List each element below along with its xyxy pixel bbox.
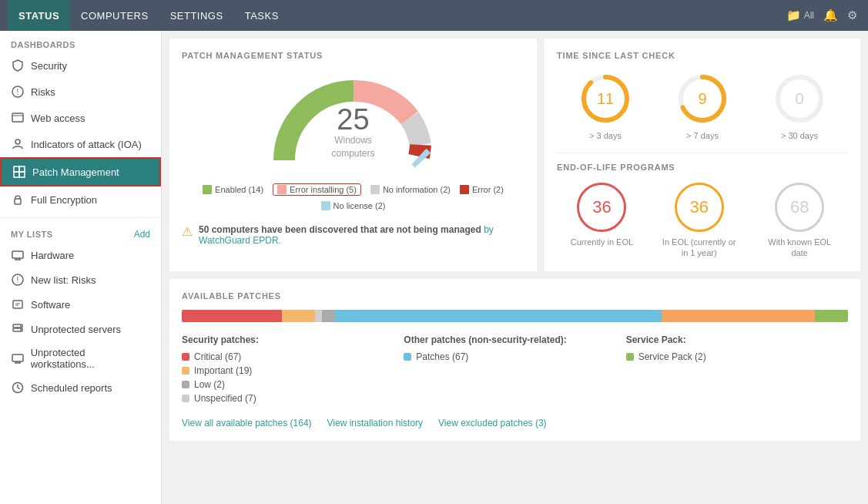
unprotected-workstations-icon: [11, 351, 25, 365]
available-patches-title: AVAILABLE PATCHES: [182, 291, 848, 301]
legend-item-error-installing: Error installing (5): [273, 183, 361, 196]
donut-center-number: 25: [331, 105, 374, 134]
eol-item-1year: 36 In EOL (currently or in 1 year): [661, 183, 738, 259]
encryption-icon: [11, 193, 25, 207]
sidebar-item-label: Full Encryption: [31, 194, 97, 206]
view-all-patches-link[interactable]: View all available patches (164): [182, 418, 312, 428]
nav-folder-icon[interactable]: 📁 All: [783, 5, 817, 25]
nav-item-status[interactable]: STATUS: [8, 0, 70, 31]
patch-management-icon: [12, 165, 26, 179]
patch-item-important: Important (19): [182, 365, 404, 376]
sidebar-item-scheduled-reports[interactable]: Scheduled reports: [0, 375, 161, 400]
patch-item-critical: Critical (67): [182, 351, 404, 362]
sidebar-item-web-access[interactable]: Web access: [0, 105, 161, 131]
ioa-icon: [11, 137, 25, 151]
nav-gear-icon[interactable]: ⚙: [844, 5, 860, 25]
sidebar-item-full-encryption[interactable]: Full Encryption: [0, 186, 161, 213]
svg-rect-16: [13, 301, 22, 308]
add-list-link[interactable]: Add: [134, 229, 150, 240]
mylists-section-title: MY LISTS: [11, 230, 53, 239]
svg-rect-9: [15, 199, 21, 204]
svg-rect-8: [19, 172, 25, 177]
sidebar-item-patch-management[interactable]: Patch Management: [0, 157, 161, 186]
legend-item-error: Error (2): [460, 183, 504, 196]
donut-center-label: Windowscomputers: [331, 134, 374, 160]
security-patches-title: Security patches:: [182, 334, 404, 345]
time-circle-label: > 3 days: [589, 131, 622, 140]
sidebar-item-label: Indicators of attack (IOA): [31, 139, 142, 150]
sidebar-item-label: Hardware: [31, 250, 74, 261]
svg-point-4: [15, 139, 20, 144]
sidebar-item-label: Unprotected servers: [31, 324, 121, 335]
sidebar-item-label: New list: Risks: [31, 274, 96, 286]
risks-list-icon: !: [11, 273, 25, 287]
shield-icon: [11, 59, 25, 72]
other-patches-col: Other patches (non-security-related): Pa…: [404, 334, 625, 407]
main-content: PATCH MANAGEMENT STATUS: [162, 31, 868, 504]
available-patches-panel: AVAILABLE PATCHES Security patches:: [169, 279, 860, 441]
patch-item-low: Low (2): [182, 379, 404, 390]
servicepack-title: Service Pack:: [626, 334, 848, 345]
view-installation-history-link[interactable]: View installation history: [327, 418, 424, 428]
top-nav: STATUS COMPUTERS SETTINGS TASKS 📁 All 🔔 …: [0, 0, 868, 31]
sidebar-item-label: Unprotected workstations...: [31, 347, 150, 370]
risks-icon: !: [11, 85, 25, 99]
hardware-icon: [11, 248, 25, 262]
svg-rect-2: [12, 113, 23, 122]
time-circle-7days: 9 > 7 days: [675, 71, 730, 140]
chart-legend: Enabled (14) Error installing (5) No inf…: [182, 183, 524, 210]
patch-item-patches: Patches (67): [404, 351, 625, 362]
time-circle-30days: 0 > 30 days: [772, 71, 827, 140]
sidebar-item-hardware[interactable]: Hardware: [0, 243, 161, 267]
warning-box: ⚠ 50 computers have been discovered that…: [182, 220, 524, 250]
sidebar: DASHBOARDS Security ! Risks Web access I…: [0, 31, 162, 504]
svg-rect-7: [14, 172, 19, 177]
legend-item-no-license: No license (2): [321, 201, 386, 210]
dashboards-section-title: DASHBOARDS: [0, 31, 161, 52]
nav-item-computers[interactable]: COMPUTERS: [70, 0, 159, 31]
sidebar-item-software[interactable]: Software: [0, 292, 161, 317]
time-circle-label: > 7 days: [686, 131, 719, 140]
servicepack-col: Service Pack: Service Pack (2): [626, 334, 848, 407]
svg-text:!: !: [17, 276, 19, 284]
warning-triangle-icon: ⚠: [182, 224, 193, 239]
nav-item-settings[interactable]: SETTINGS: [159, 0, 234, 31]
unprotected-servers-icon: [11, 322, 25, 336]
patch-status-panel: PATCH MANAGEMENT STATUS: [169, 39, 537, 271]
eol-item-label: With known EOL date: [765, 237, 834, 259]
nav-bell-icon[interactable]: 🔔: [817, 5, 844, 25]
svg-point-22: [20, 329, 22, 331]
sidebar-item-unprotected-servers[interactable]: Unprotected servers: [0, 317, 161, 341]
sidebar-item-new-list-risks[interactable]: ! New list: Risks: [0, 267, 161, 292]
sidebar-item-unprotected-workstations[interactable]: Unprotected workstations...: [0, 341, 161, 375]
patch-item-unspecified: Unspecified (7): [182, 393, 404, 404]
svg-line-29: [18, 388, 20, 389]
svg-point-21: [20, 325, 22, 327]
svg-text:!: !: [17, 88, 19, 96]
patches-color-bar: [182, 310, 848, 322]
eol-item-label: In EOL (currently or in 1 year): [661, 237, 738, 259]
patch-status-title: PATCH MANAGEMENT STATUS: [182, 51, 524, 60]
warning-text: 50 computers have been discovered that a…: [199, 224, 481, 235]
right-panel: TIME SINCE LAST CHECK 11 > 3 days: [545, 39, 860, 271]
sidebar-item-risks[interactable]: ! Risks: [0, 79, 161, 105]
view-excluded-patches-link[interactable]: View excluded patches (3): [438, 418, 547, 428]
other-patches-title: Other patches (non-security-related):: [404, 334, 625, 345]
sidebar-item-ioa[interactable]: Indicators of attack (IOA): [0, 131, 161, 157]
time-circle-3days: 11 > 3 days: [578, 71, 633, 140]
time-since-title: TIME SINCE LAST CHECK: [557, 51, 848, 60]
time-circle-label: > 30 days: [781, 131, 818, 140]
web-access-icon: [11, 111, 25, 125]
eol-item-known: 68 With known EOL date: [765, 183, 834, 259]
sidebar-item-security[interactable]: Security: [0, 52, 161, 79]
svg-rect-10: [12, 251, 23, 258]
legend-item-no-info: No information (2): [370, 183, 451, 196]
svg-rect-5: [14, 166, 19, 172]
donut-chart: 25 Windowscomputers: [182, 68, 524, 176]
nav-item-tasks[interactable]: TASKS: [234, 0, 290, 31]
software-icon: [11, 297, 25, 311]
legend-item-enabled: Enabled (14): [203, 183, 263, 196]
sidebar-item-label: Security: [31, 60, 67, 72]
eol-item-current: 36 Currently in EOL: [571, 183, 633, 259]
sidebar-item-label: Risks: [31, 86, 55, 98]
